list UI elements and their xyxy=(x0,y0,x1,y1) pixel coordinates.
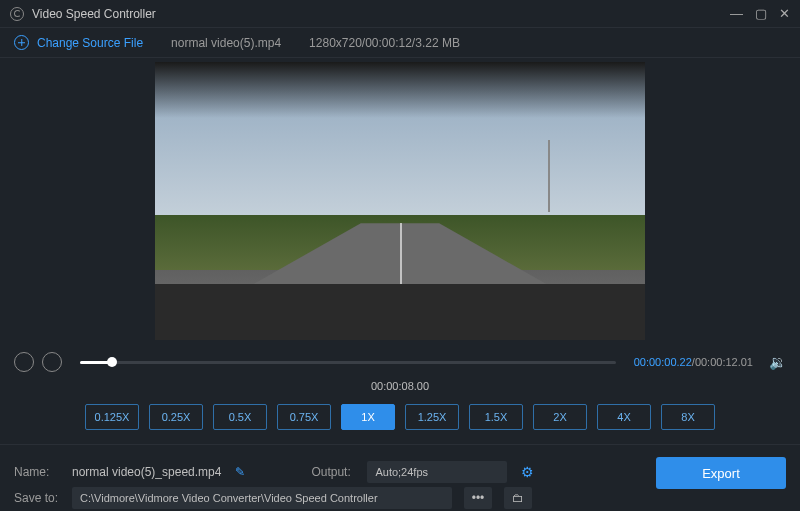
output-format-select[interactable]: Auto;24fps xyxy=(367,461,507,483)
speed-button-1x[interactable]: 1X xyxy=(341,404,395,430)
window-controls: — ▢ ✕ xyxy=(730,6,790,21)
plus-circle-icon xyxy=(14,35,29,50)
close-icon[interactable]: ✕ xyxy=(779,6,790,21)
export-label: Export xyxy=(702,466,740,481)
export-button[interactable]: Export xyxy=(656,457,786,489)
gear-icon[interactable]: ⚙ xyxy=(521,464,534,480)
app-logo-icon xyxy=(10,7,24,21)
output-format-value: Auto;24fps xyxy=(375,466,428,478)
speed-button-4x[interactable]: 4X xyxy=(597,404,651,430)
change-source-label: Change Source File xyxy=(37,36,143,50)
pause-button[interactable] xyxy=(14,352,34,372)
output-name-value: normal video(5)_speed.mp4 xyxy=(72,465,221,479)
saveto-path-input[interactable]: C:\Vidmore\Vidmore Video Converter\Video… xyxy=(72,487,452,509)
speed-button-0.125x[interactable]: 0.125X xyxy=(85,404,139,430)
minimize-icon[interactable]: — xyxy=(730,6,743,21)
name-label: Name: xyxy=(14,465,64,479)
file-bar: Change Source File normal video(5).mp4 1… xyxy=(0,28,800,58)
browse-button[interactable]: ••• xyxy=(464,487,492,509)
divider xyxy=(0,444,800,445)
saveto-path-value: C:\Vidmore\Vidmore Video Converter\Video… xyxy=(80,492,378,504)
maximize-icon[interactable]: ▢ xyxy=(755,6,767,21)
progress-slider[interactable] xyxy=(80,361,616,364)
titlebar: Video Speed Controller — ▢ ✕ xyxy=(0,0,800,28)
speed-button-8x[interactable]: 8X xyxy=(661,404,715,430)
speed-button-1.5x[interactable]: 1.5X xyxy=(469,404,523,430)
total-time: 00:00:12.01 xyxy=(695,356,753,368)
speed-options: 0.125X0.25X0.5X0.75X1X1.25X1.5X2X4X8X xyxy=(0,400,800,444)
source-meta: 1280x720/00:00:12/3.22 MB xyxy=(309,36,460,50)
time-display: 00:00:00.22/00:00:12.01 xyxy=(634,356,753,368)
speed-button-0.75x[interactable]: 0.75X xyxy=(277,404,331,430)
change-source-button[interactable]: Change Source File xyxy=(14,35,143,50)
source-filename: normal video(5).mp4 xyxy=(171,36,281,50)
open-folder-button[interactable]: 🗀 xyxy=(504,487,532,509)
speed-button-2x[interactable]: 2X xyxy=(533,404,587,430)
timeline-position: 00:00:08.00 xyxy=(0,376,800,400)
volume-icon[interactable]: 🔉 xyxy=(769,354,786,370)
preview-area xyxy=(0,58,800,348)
playback-controls: 00:00:00.22/00:00:12.01 🔉 xyxy=(0,348,800,376)
video-preview[interactable] xyxy=(155,62,645,340)
speed-button-0.25x[interactable]: 0.25X xyxy=(149,404,203,430)
speed-button-1.25x[interactable]: 1.25X xyxy=(405,404,459,430)
app-title: Video Speed Controller xyxy=(32,7,156,21)
saveto-label: Save to: xyxy=(14,491,64,505)
stop-button[interactable] xyxy=(42,352,62,372)
output-label: Output: xyxy=(311,465,359,479)
edit-name-icon[interactable]: ✎ xyxy=(235,465,245,479)
speed-button-0.5x[interactable]: 0.5X xyxy=(213,404,267,430)
current-time: 00:00:00.22 xyxy=(634,356,692,368)
